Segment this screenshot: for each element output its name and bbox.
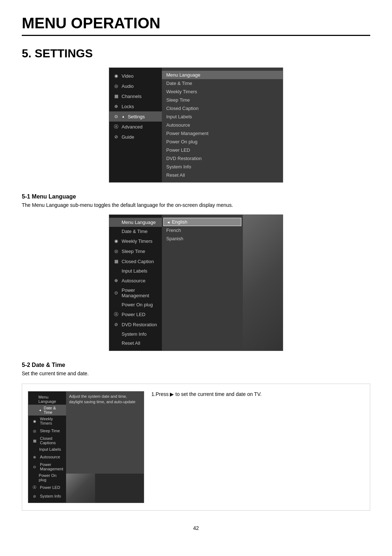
datetime-left-item: ⒶPower LED (28, 483, 66, 492)
datetime-menu-right-text: Adjust the system date and time, dayligh… (66, 392, 144, 474)
lang-left-item: ◉Weekly Timers (109, 236, 162, 246)
menu-item-channels: ▦Channels (109, 91, 162, 101)
menu-item-label: Video (122, 73, 134, 79)
datetime-left-item: ◄ Date & Time (28, 405, 66, 416)
datetime-section-box: Menu Language◄ Date & Time◉Weekly Timers… (22, 384, 370, 511)
menu-item-locks: ⊕Locks (109, 101, 162, 111)
lang-left-item-label: Power Management (122, 287, 158, 298)
datetime-left-label: Power On plug (39, 473, 63, 482)
right-menu-item: Menu Language (162, 71, 283, 79)
menu-item-label: Locks (122, 104, 134, 109)
menu-item-label: Guide (122, 134, 134, 140)
lang-left-item-label: Weekly Timers (122, 238, 152, 244)
main-menu-wrapper: ◉Video◎Audio▦Channels⊕Locks⊙▲SettingsⒶAd… (22, 68, 370, 183)
menu-item-guide: ⊘Guide (109, 132, 162, 142)
datetime-left-label: Input Labels (39, 447, 61, 451)
lang-left-item: System Info (109, 330, 162, 339)
datetime-left-item: Input Labels (28, 446, 66, 453)
lang-left-item-label: Input Labels (122, 268, 147, 274)
lang-option: French (162, 226, 243, 234)
right-menu-item: Power LED (162, 146, 283, 154)
main-tv-menu: ◉Video◎Audio▦Channels⊕Locks⊙▲SettingsⒶAd… (109, 68, 283, 183)
lang-left-item: Reset All (109, 339, 162, 348)
lang-left-item-label: Sleep Time (122, 249, 145, 254)
datetime-left-label: Power LED (40, 485, 60, 490)
dt-icon: Ⓐ (31, 484, 38, 491)
dt-icon: ◎ (31, 428, 38, 434)
menu-icon: Ⓐ (113, 123, 119, 130)
lang-left-item-label: Autosource (122, 278, 146, 283)
dt-selected-arrow: ◄ (38, 409, 41, 412)
subsection-2-desc: Set the current time and date. (22, 371, 370, 376)
datetime-left-label: Sleep Time (40, 429, 60, 433)
right-menu-item: Reset All (162, 171, 283, 179)
lang-menu-left: Menu LanguageDate & Time◉Weekly Timers◎S… (109, 215, 162, 351)
lang-left-item-label: Power LED (122, 312, 146, 317)
lang-menu-icon: Ⓐ (113, 311, 119, 318)
lang-menu-icon: ▦ (113, 258, 119, 265)
lang-left-item-label: System Info (122, 331, 147, 337)
lang-menu-icon: ◎ (113, 248, 119, 254)
lang-option-label: Spanish (166, 236, 183, 241)
lang-left-item: ⒶPower LED (109, 309, 162, 319)
menu-item-label: Advanced (122, 124, 143, 130)
datetime-menu-left: Menu Language◄ Date & Time◉Weekly Timers… (28, 392, 66, 503)
menu-item-label: Audio (122, 83, 134, 89)
main-menu-left: ◉Video◎Audio▦Channels⊕Locks⊙▲SettingsⒶAd… (109, 68, 162, 182)
subsection-1-title: 5-1 Menu Language (22, 193, 370, 200)
lang-tv-menu: Menu LanguageDate & Time◉Weekly Timers◎S… (109, 214, 283, 351)
menu-item-audio: ◎Audio (109, 81, 162, 91)
selected-lang-arrow: ◄ (167, 220, 171, 224)
page-number: 42 (22, 525, 370, 531)
datetime-left-item: ⊕Autosource (28, 453, 66, 461)
datetime-left-item: ⊘System Info (28, 492, 66, 500)
lang-left-item: Menu Language (109, 218, 162, 227)
datetime-left-label: Autosource (40, 455, 60, 459)
datetime-left-label: Date & Time (44, 406, 63, 414)
lang-option: Spanish (162, 234, 243, 243)
lang-menu-icon: ◉ (113, 238, 119, 244)
lang-option-label: English (172, 219, 188, 225)
datetime-left-label: Power Management (40, 462, 63, 471)
lang-menu-wrapper: Menu LanguageDate & Time◉Weekly Timers◎S… (22, 214, 370, 351)
lang-menu-preview (243, 215, 283, 351)
menu-icon: ⊘ (113, 134, 119, 140)
datetime-left-item: Menu Language (28, 394, 66, 405)
lang-left-item: ◎Sleep Time (109, 246, 162, 256)
dt-icon: ◉ (31, 418, 38, 424)
dt-icon: ▦ (31, 437, 38, 444)
right-menu-item: Power On plug (162, 138, 283, 146)
lang-left-item: ▦Closed Caption (109, 256, 162, 266)
right-menu-item: System Info (162, 163, 283, 171)
menu-item-label: Channels (122, 94, 142, 99)
lang-left-item-label: Menu Language (122, 220, 156, 225)
main-menu-right: Menu LanguageDate & TimeWeekly TimersSle… (162, 68, 283, 182)
lang-menu-icon: ⊙ (113, 290, 119, 296)
lang-left-item: ⊙Power Management (109, 286, 162, 300)
datetime-left-label: Closed Captions (40, 436, 63, 445)
datetime-left-item: ▦Closed Captions (28, 435, 66, 446)
menu-item-advanced: ⒶAdvanced (109, 122, 162, 132)
datetime-left-item: ◎Sleep Time (28, 426, 66, 435)
datetime-instruction: 1.Press ▶ to set the current time and da… (151, 391, 364, 397)
dt-icon: ⊙ (31, 463, 38, 470)
lang-menu-icon: ⊕ (113, 277, 119, 284)
right-menu-item: DVD Restoration (162, 154, 283, 163)
lang-left-item: ⊕Autosource (109, 275, 162, 286)
right-menu-item: Autosource (162, 121, 283, 129)
datetime-tv-menu: Menu Language◄ Date & Time◉Weekly Timers… (28, 391, 144, 503)
lang-left-item-label: Reset All (122, 340, 140, 346)
lang-left-item: Date & Time (109, 227, 162, 236)
datetime-left-item: ◉Weekly Timers (28, 416, 66, 426)
datetime-left-label: System Info (40, 494, 61, 498)
lang-menu-icon: ⊘ (113, 321, 119, 328)
page-title: MENU OPERATION (22, 15, 370, 36)
lang-left-item-label: Closed Caption (122, 259, 154, 264)
menu-item-video: ◉Video (109, 71, 162, 81)
right-menu-item: Date & Time (162, 79, 283, 87)
lang-left-item-label: Power On plug (122, 302, 153, 307)
menu-icon: ◉ (113, 73, 119, 79)
lang-left-item: ⊘DVD Restoration (109, 319, 162, 330)
menu-item-label: Settings (128, 114, 145, 119)
dt-icon: ⊕ (31, 454, 38, 460)
